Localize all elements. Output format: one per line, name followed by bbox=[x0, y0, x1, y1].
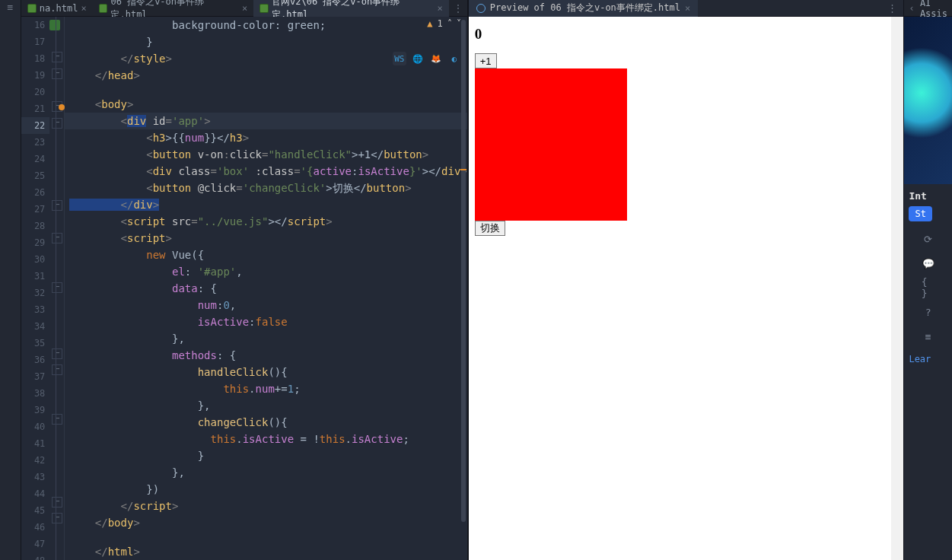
code-text: isActive bbox=[352, 433, 403, 445]
line-number[interactable]: 26 bbox=[21, 184, 50, 201]
line-number[interactable]: 17 bbox=[21, 33, 50, 50]
line-number[interactable]: 27 bbox=[21, 201, 50, 218]
code-text: 0 bbox=[223, 299, 229, 311]
preview-tab[interactable]: Preview of 06 指令之v-on事件绑定.html × bbox=[469, 0, 698, 17]
line-number[interactable]: 21 bbox=[21, 100, 50, 117]
close-icon[interactable]: × bbox=[685, 3, 690, 14]
tab-overflow-icon[interactable]: ⋮ bbox=[881, 2, 903, 14]
tab-3[interactable]: 官网v2\06 指令之v-on事件绑定.html× bbox=[253, 0, 449, 17]
fold-gutter[interactable] bbox=[49, 17, 65, 560]
inspection-widget[interactable]: ▲ 1 ˄ ˅ bbox=[427, 18, 460, 29]
braces-icon[interactable]: { } bbox=[922, 281, 935, 294]
line-number[interactable]: 39 bbox=[21, 402, 50, 418]
line-number[interactable]: 44 bbox=[21, 485, 50, 502]
close-icon[interactable]: × bbox=[242, 3, 247, 14]
line-number[interactable]: 37 bbox=[21, 368, 50, 385]
code-text: script bbox=[127, 215, 166, 228]
code-text: script bbox=[133, 500, 172, 512]
chevron-up-icon[interactable]: ˄ bbox=[447, 18, 452, 29]
code-text: }}</ bbox=[204, 132, 230, 144]
code-text: data bbox=[69, 282, 198, 294]
close-icon[interactable]: × bbox=[81, 3, 86, 14]
line-number[interactable]: 41 bbox=[21, 435, 50, 452]
code-text: : { bbox=[198, 282, 217, 294]
preview-pane: Preview of 06 指令之v-on事件绑定.html × ⋮ 0 +1 … bbox=[469, 0, 904, 560]
code-text: >+1</ bbox=[352, 148, 384, 161]
line-number[interactable]: 24 bbox=[21, 151, 50, 167]
code-text: '{ bbox=[301, 165, 314, 177]
menu-icon[interactable]: ≡ bbox=[922, 329, 935, 343]
code-text: > bbox=[243, 132, 249, 144]
code-text: num bbox=[69, 299, 217, 311]
line-number[interactable]: 32 bbox=[21, 285, 50, 301]
tab-2[interactable]: 06 指令之v-on事件绑定.html× bbox=[93, 0, 254, 17]
code-area[interactable]: 16 17 18 19 20 21 22 23 24 25 26 27 28 2… bbox=[21, 17, 467, 560]
line-number[interactable]: 43 bbox=[21, 469, 50, 485]
preview-plus1-button[interactable]: +1 bbox=[475, 53, 497, 68]
line-number[interactable]: 46 bbox=[21, 519, 50, 536]
scrollbar-marker bbox=[460, 169, 466, 170]
firefox-icon[interactable]: 🦊 bbox=[429, 52, 443, 65]
line-number[interactable]: 48 bbox=[21, 552, 50, 560]
chevron-left-icon[interactable]: ‹ bbox=[909, 3, 914, 14]
code-text: > bbox=[172, 500, 178, 512]
chat-icon[interactable]: 💬 bbox=[922, 256, 935, 270]
activity-bar[interactable]: ≡ bbox=[0, 0, 21, 560]
line-number[interactable]: 29 bbox=[21, 234, 50, 251]
line-number[interactable]: 25 bbox=[21, 167, 50, 184]
line-number[interactable]: 20 bbox=[21, 84, 50, 100]
ai-panel-title[interactable]: ‹ AI Assis bbox=[904, 0, 952, 17]
code-text: this bbox=[320, 433, 345, 445]
line-number[interactable]: 40 bbox=[21, 418, 50, 435]
code-text: > bbox=[204, 115, 210, 127]
tab-1[interactable]: na.html× bbox=[21, 0, 93, 17]
code-body[interactable]: background-color: green; } </style> </he… bbox=[65, 17, 467, 560]
editor-scrollbar[interactable] bbox=[460, 17, 467, 527]
line-number[interactable]: 28 bbox=[21, 218, 50, 234]
line-number[interactable]: 47 bbox=[21, 536, 50, 552]
preview-scrollbar[interactable] bbox=[891, 17, 903, 560]
line-number[interactable]: 23 bbox=[21, 134, 50, 151]
tab-overflow-icon[interactable]: ⋮ bbox=[449, 3, 467, 14]
refresh-icon[interactable]: ⟳ bbox=[922, 232, 935, 246]
code-text: v-on bbox=[191, 148, 223, 161]
line-number[interactable]: 30 bbox=[21, 251, 50, 268]
line-gutter[interactable]: 16 17 18 19 20 21 22 23 24 25 26 27 28 2… bbox=[21, 17, 50, 560]
line-number[interactable]: 16 bbox=[21, 17, 50, 33]
line-number[interactable]: 38 bbox=[21, 385, 50, 402]
ai-learn-link[interactable]: Lear bbox=[909, 354, 947, 364]
line-number[interactable]: 33 bbox=[21, 301, 50, 318]
line-number[interactable]: 19 bbox=[21, 67, 50, 84]
code-text: < bbox=[69, 182, 153, 194]
code-text: '#app' bbox=[198, 266, 237, 278]
close-icon[interactable]: × bbox=[438, 3, 443, 14]
menu-icon[interactable]: ≡ bbox=[0, 0, 21, 17]
code-text: > bbox=[133, 69, 139, 81]
code-text: < bbox=[69, 165, 153, 177]
code-text: </ bbox=[69, 69, 108, 81]
line-number[interactable]: 42 bbox=[21, 452, 50, 469]
ai-start-button[interactable]: St bbox=[909, 206, 931, 221]
preview-toggle-button[interactable]: 切换 bbox=[475, 221, 505, 236]
line-number[interactable]: 35 bbox=[21, 335, 50, 352]
code-text: </ bbox=[69, 546, 108, 558]
code-text: html bbox=[108, 546, 134, 558]
line-number[interactable]: 36 bbox=[21, 352, 50, 368]
help-icon[interactable]: ? bbox=[922, 305, 935, 319]
line-number[interactable]: 31 bbox=[21, 268, 50, 285]
line-number[interactable]: 34 bbox=[21, 318, 50, 335]
webstorm-icon[interactable]: WS bbox=[393, 52, 406, 65]
code-text: ></ bbox=[268, 215, 287, 228]
preview-tabs: Preview of 06 指令之v-on事件绑定.html × ⋮ bbox=[469, 0, 904, 17]
line-number[interactable]: 22 bbox=[21, 117, 50, 134]
ai-body: Int St ⟳ 💬 { } ? ≡ Lear bbox=[904, 184, 952, 560]
code-text: script bbox=[288, 215, 326, 228]
preview-tab-label: Preview of 06 指令之v-on事件绑定.html bbox=[490, 2, 680, 14]
preview-body[interactable]: 0 +1 切换 bbox=[469, 17, 904, 560]
ai-feature-icons: ⟳ 💬 { } ? ≡ bbox=[909, 232, 947, 343]
chrome-icon[interactable]: 🌐 bbox=[411, 52, 425, 65]
code-text: < bbox=[69, 148, 153, 161]
line-number[interactable]: 18 bbox=[21, 50, 50, 67]
line-number[interactable]: 45 bbox=[21, 502, 50, 519]
code-text: class bbox=[262, 165, 294, 177]
